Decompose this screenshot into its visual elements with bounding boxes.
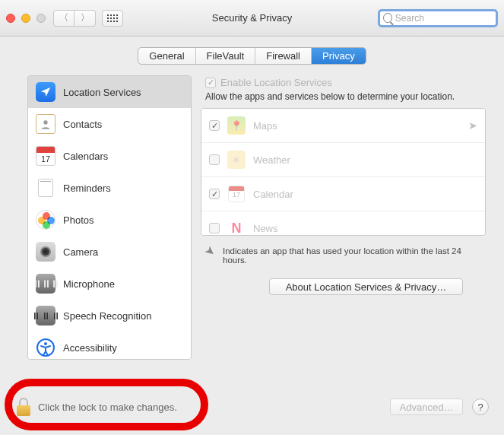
allow-description-label: Allow the apps and services below to det… xyxy=(205,91,486,102)
location-arrow-icon xyxy=(36,82,55,102)
app-row-maps[interactable]: 📍 Maps ➤ xyxy=(201,109,485,142)
lock-icon xyxy=(15,398,32,416)
privacy-category-sidebar: Location Services Contacts 17 Calendars … xyxy=(27,75,192,360)
app-label: Weather xyxy=(253,154,290,166)
sidebar-item-label: Calendars xyxy=(63,151,108,162)
calendar-app-icon: 17 xyxy=(227,185,246,203)
sidebar-item-label: Camera xyxy=(63,246,98,258)
indicator-note-text: Indicates an app that has used your loca… xyxy=(223,246,481,265)
minimize-window-button[interactable] xyxy=(21,14,30,23)
sidebar-item-reminders[interactable]: Reminders xyxy=(28,172,191,204)
reminders-icon xyxy=(36,178,55,198)
sidebar-item-label: Contacts xyxy=(63,119,102,130)
footer-bar: Click the lock to make changes. Advanced… xyxy=(0,379,504,435)
app-checkbox-weather[interactable] xyxy=(209,154,220,165)
sidebar-item-microphone[interactable]: ⏸⏸⏸ Microphone xyxy=(28,268,191,300)
close-window-button[interactable] xyxy=(6,14,15,23)
show-all-button[interactable] xyxy=(102,10,123,27)
contacts-icon xyxy=(36,114,55,134)
maps-icon: 📍 xyxy=(227,116,246,135)
sidebar-item-accessibility[interactable]: Accessibility xyxy=(28,332,191,360)
enable-location-checkbox[interactable] xyxy=(205,78,216,88)
lock-area[interactable]: Click the lock to make changes. xyxy=(15,398,177,416)
accessibility-icon xyxy=(36,338,55,357)
app-checkbox-maps[interactable] xyxy=(209,120,220,131)
window-controls xyxy=(6,14,46,23)
tab-filevault[interactable]: FileVault xyxy=(196,48,256,64)
camera-icon xyxy=(36,242,55,262)
grid-icon xyxy=(107,14,118,22)
location-arrow-icon: ➤ xyxy=(468,119,477,132)
speech-recognition-icon: ⏸⏸⏸ xyxy=(36,306,55,325)
sidebar-item-camera[interactable]: Camera xyxy=(28,236,191,268)
sidebar-item-label: Microphone xyxy=(63,278,115,290)
main-content: Location Services Contacts 17 Calendars … xyxy=(0,69,504,366)
location-arrow-icon: ➤ xyxy=(204,244,217,258)
chevron-left-icon: 〈 xyxy=(59,11,68,24)
photos-icon xyxy=(36,210,55,230)
sidebar-item-contacts[interactable]: Contacts xyxy=(28,108,191,140)
indicator-note: ➤ Indicates an app that has used your lo… xyxy=(205,246,481,265)
svg-point-2 xyxy=(44,342,47,345)
advanced-button[interactable]: Advanced… xyxy=(390,398,463,415)
app-row-calendar[interactable]: 17 Calendar xyxy=(201,176,485,211)
sidebar-item-label: Speech Recognition xyxy=(63,310,151,322)
location-apps-list: 📍 Maps ➤ ☀ Weather 17 Calendar N News xyxy=(201,108,486,236)
enable-location-row: Enable Location Services xyxy=(205,77,486,88)
maximize-window-button xyxy=(36,14,46,23)
app-row-news[interactable]: N News xyxy=(201,211,485,236)
search-icon xyxy=(383,13,392,23)
titlebar: 〈 〉 Security & Privacy xyxy=(0,0,504,37)
sidebar-item-calendars[interactable]: 17 Calendars xyxy=(28,140,191,172)
weather-icon: ☀ xyxy=(227,151,246,169)
chevron-right-icon: 〉 xyxy=(81,11,90,24)
back-button[interactable]: 〈 xyxy=(53,10,74,27)
sidebar-item-label: Photos xyxy=(63,214,94,226)
help-button[interactable]: ? xyxy=(472,398,489,415)
sidebar-item-speech-recognition[interactable]: ⏸⏸⏸ Speech Recognition xyxy=(28,300,191,332)
forward-button[interactable]: 〉 xyxy=(74,10,96,27)
app-label: News xyxy=(253,223,278,234)
enable-location-label: Enable Location Services xyxy=(220,77,332,88)
app-row-weather[interactable]: ☀ Weather xyxy=(201,142,485,176)
tab-firewall[interactable]: Firewall xyxy=(255,48,312,64)
tab-privacy[interactable]: Privacy xyxy=(312,48,366,64)
tabs-control: General FileVault Firewall Privacy xyxy=(138,47,366,65)
sidebar-item-photos[interactable]: Photos xyxy=(28,204,191,236)
tab-bar: General FileVault Firewall Privacy xyxy=(0,37,504,69)
help-icon: ? xyxy=(477,402,483,413)
search-input[interactable] xyxy=(395,13,493,24)
svg-point-0 xyxy=(43,120,47,124)
search-field-wrapper[interactable] xyxy=(378,9,498,27)
sidebar-item-location-services[interactable]: Location Services xyxy=(28,76,191,108)
microphone-icon: ⏸⏸⏸ xyxy=(36,274,55,294)
sidebar-item-label: Accessibility xyxy=(63,342,117,354)
tab-general[interactable]: General xyxy=(138,48,195,64)
nav-buttons: 〈 〉 xyxy=(53,10,96,27)
app-checkbox-news[interactable] xyxy=(209,223,220,233)
news-icon: N xyxy=(227,219,246,236)
sidebar-item-label: Reminders xyxy=(63,183,111,194)
lock-label: Click the lock to make changes. xyxy=(38,402,177,413)
about-location-services-button[interactable]: About Location Services & Privacy… xyxy=(269,278,463,295)
detail-panel: Enable Location Services Allow the apps … xyxy=(201,75,486,360)
app-checkbox-calendar[interactable] xyxy=(209,189,220,199)
calendar-icon: 17 xyxy=(36,146,55,166)
sidebar-item-label: Location Services xyxy=(63,87,141,98)
app-label: Maps xyxy=(253,120,277,132)
app-label: Calendar xyxy=(253,189,293,200)
